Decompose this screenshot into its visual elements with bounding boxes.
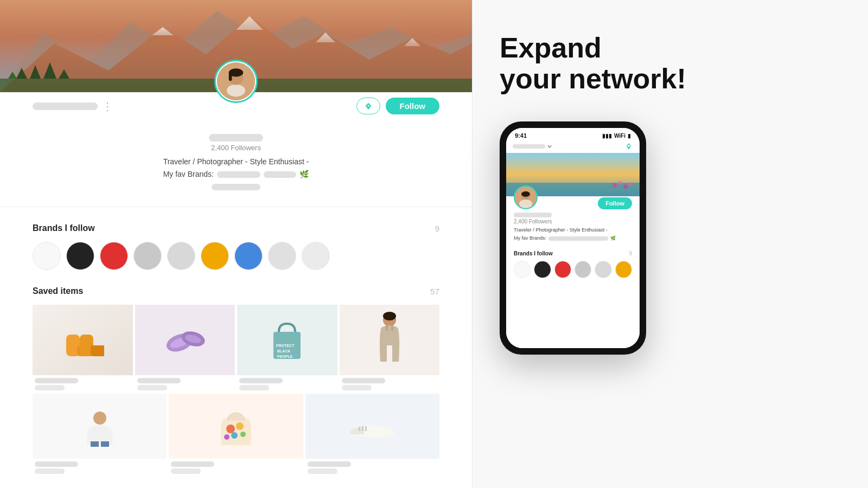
wifi-icon: WiFi <box>614 133 626 139</box>
phone-followers: 2,400 Followers <box>514 219 632 224</box>
phone-brands-count: 9 <box>629 251 632 256</box>
svg-point-44 <box>224 434 229 440</box>
brand-circle-3[interactable] <box>100 242 128 270</box>
phone-follow-button[interactable]: Follow <box>598 197 632 209</box>
svg-point-43 <box>240 432 246 437</box>
item-label-blur2 <box>35 468 65 474</box>
brand-circle-2[interactable] <box>66 242 94 270</box>
item-label-blur2 <box>35 385 65 390</box>
svg-point-42 <box>231 432 238 439</box>
saved-item-shoes[interactable] <box>305 394 439 475</box>
saved-items-grid-row2 <box>33 394 439 475</box>
phone-mockup: 9:41 ▮▮▮ WiFi ▮ <box>500 121 646 355</box>
phone-username-blur <box>514 213 552 217</box>
svg-point-41 <box>236 422 244 430</box>
brand-circle-5[interactable] <box>167 242 195 270</box>
svg-rect-45 <box>359 427 360 431</box>
svg-rect-22 <box>91 345 104 356</box>
svg-rect-17 <box>229 72 232 81</box>
avatar <box>214 60 258 103</box>
phone-frame: 9:41 ▮▮▮ WiFi ▮ <box>500 121 646 355</box>
item-label-blur2 <box>342 385 372 390</box>
phone-brand-1[interactable] <box>514 261 531 278</box>
svg-text:PROTECT: PROTECT <box>276 344 295 348</box>
item-label-blur <box>239 378 283 383</box>
followers-count: 2,400 Followers <box>211 144 261 152</box>
svg-point-32 <box>383 312 396 320</box>
username-blurred <box>209 134 263 142</box>
item-label-blur <box>35 461 78 467</box>
saved-items-count: 57 <box>430 287 439 296</box>
phone-brand-4[interactable] <box>575 261 591 278</box>
brand-circle-7[interactable] <box>234 242 263 270</box>
right-panel: Expand your network! 9:41 ▮▮▮ WiFi ▮ <box>473 0 868 488</box>
profile-panel: ⋮ Follow 2,400 Followers Traveler / Phot… <box>0 0 472 488</box>
item-label-blur2 <box>308 468 337 474</box>
phone-status-icons: ▮▮▮ WiFi ▮ <box>602 133 631 139</box>
brand-circle-8[interactable] <box>268 242 296 270</box>
item-label-blur <box>35 378 78 383</box>
bio-link-blur <box>212 184 260 190</box>
phone-brand-3[interactable] <box>554 261 571 278</box>
svg-rect-46 <box>362 426 363 431</box>
brands-count: 9 <box>435 224 439 233</box>
saved-item-hoodie[interactable] <box>169 394 303 475</box>
svg-point-57 <box>521 191 530 197</box>
more-options-button[interactable]: ⋮ <box>102 100 114 113</box>
saved-item-socks[interactable] <box>33 305 133 391</box>
phone-screen: 9:41 ▮▮▮ WiFi ▮ <box>506 128 640 348</box>
svg-rect-39 <box>101 441 109 447</box>
brands-title: Brands I follow <box>33 223 95 233</box>
phone-profile-area: Follow 2,400 Followers Traveler / Photog… <box>506 196 640 246</box>
svg-point-48 <box>628 145 630 147</box>
phone-time: 9:41 <box>515 132 527 139</box>
brand-blur-2 <box>264 171 296 178</box>
phone-brand-5[interactable] <box>595 261 611 278</box>
item-label-blur <box>308 461 351 467</box>
phone-brands-header: Brands I follow 9 <box>514 251 632 256</box>
phone-status-bar: 9:41 ▮▮▮ WiFi ▮ <box>506 128 640 141</box>
brand-circle-6[interactable] <box>201 242 229 270</box>
brand-circle-9[interactable] <box>302 242 330 270</box>
profile-center: 2,400 Followers Traveler / Photographer … <box>33 134 439 196</box>
svg-point-58 <box>519 200 532 208</box>
brands-section: Brands I follow 9 <box>0 213 472 281</box>
battery-icon: ▮ <box>628 133 631 139</box>
svg-rect-34 <box>391 325 393 331</box>
saved-item-bag[interactable]: PROTECT BLACK PEOPLE <box>237 305 337 391</box>
location-button[interactable] <box>356 98 380 114</box>
saved-item-clips[interactable] <box>135 305 235 391</box>
brand-circle-4[interactable] <box>133 242 162 270</box>
saved-items-header: Saved items 57 <box>33 286 439 296</box>
svg-text:BLACK: BLACK <box>277 349 291 353</box>
saved-item-model[interactable] <box>340 305 440 391</box>
saved-items-section: Saved items 57 <box>0 281 472 486</box>
avatar-wrapper <box>214 60 258 103</box>
follow-button[interactable]: Follow <box>386 98 440 114</box>
brand-circle-1[interactable] <box>33 242 61 270</box>
phone-brands-row <box>514 261 632 278</box>
phone-bio: Traveler / Photographer - Style Enthusia… <box>514 227 632 234</box>
phone-bio-brands-blur <box>548 236 608 241</box>
signal-icon: ▮▮▮ <box>602 133 612 139</box>
item-label-blur <box>342 378 385 383</box>
item-label-blur2 <box>137 385 167 390</box>
svg-point-40 <box>226 425 235 433</box>
svg-text:PEOPLE: PEOPLE <box>277 355 293 358</box>
saved-items-grid-row1: PROTECT BLACK PEOPLE <box>33 305 439 391</box>
item-label-blur <box>137 378 181 383</box>
chevron-down-icon <box>547 144 552 149</box>
svg-point-18 <box>367 105 369 106</box>
phone-bio-brands-label: My fav Brands: <box>514 235 546 242</box>
brands-row <box>33 242 439 270</box>
brands-header: Brands I follow 9 <box>33 223 439 233</box>
profile-section: ⋮ Follow 2,400 Followers Traveler / Phot… <box>0 92 472 207</box>
svg-point-14 <box>227 85 245 97</box>
location-icon <box>365 102 372 110</box>
phone-brand-6[interactable] <box>615 261 632 278</box>
saved-item-top[interactable] <box>33 394 167 475</box>
item-label-blur <box>171 461 214 467</box>
phone-avatar-row: Follow <box>514 185 632 209</box>
phone-brand-2[interactable] <box>534 261 551 278</box>
item-label-blur2 <box>239 385 269 390</box>
